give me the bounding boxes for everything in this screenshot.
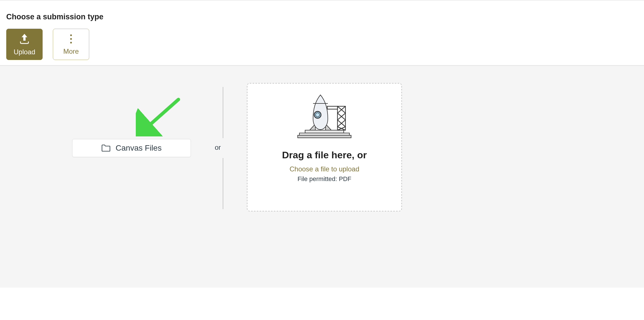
submission-tab-upload-label: Upload xyxy=(14,48,35,56)
svg-rect-18 xyxy=(327,106,337,109)
upload-icon xyxy=(18,33,31,45)
svg-point-8 xyxy=(316,113,320,117)
file-dropzone[interactable]: Drag a file here, or Choose a file to up… xyxy=(247,83,402,211)
or-separator xyxy=(223,87,223,209)
section-title: Choose a submission type xyxy=(0,1,644,29)
dropzone-headline: Drag a file here, or xyxy=(282,149,367,161)
or-separator-label: or xyxy=(215,144,221,151)
upload-workarea: Canvas Files or xyxy=(0,66,644,288)
submission-tab-upload[interactable]: Upload xyxy=(6,29,43,60)
svg-rect-3 xyxy=(305,130,344,133)
folder-icon xyxy=(101,144,111,152)
submission-tab-more-label: More xyxy=(63,47,79,55)
canvas-files-button[interactable]: Canvas Files xyxy=(72,139,191,157)
svg-rect-1 xyxy=(299,133,349,135)
submission-type-tabs: Upload More xyxy=(0,29,644,60)
file-permitted-label: File permitted: PDF xyxy=(297,175,351,183)
canvas-files-button-label: Canvas Files xyxy=(116,144,162,153)
submission-tab-more[interactable]: More xyxy=(53,29,89,60)
svg-line-0 xyxy=(144,99,178,130)
annotation-arrow-icon xyxy=(136,97,181,136)
svg-rect-2 xyxy=(298,135,351,138)
choose-file-link[interactable]: Choose a file to upload xyxy=(289,165,359,173)
rocket-launchpad-icon xyxy=(295,90,354,142)
more-vertical-icon xyxy=(70,33,72,45)
